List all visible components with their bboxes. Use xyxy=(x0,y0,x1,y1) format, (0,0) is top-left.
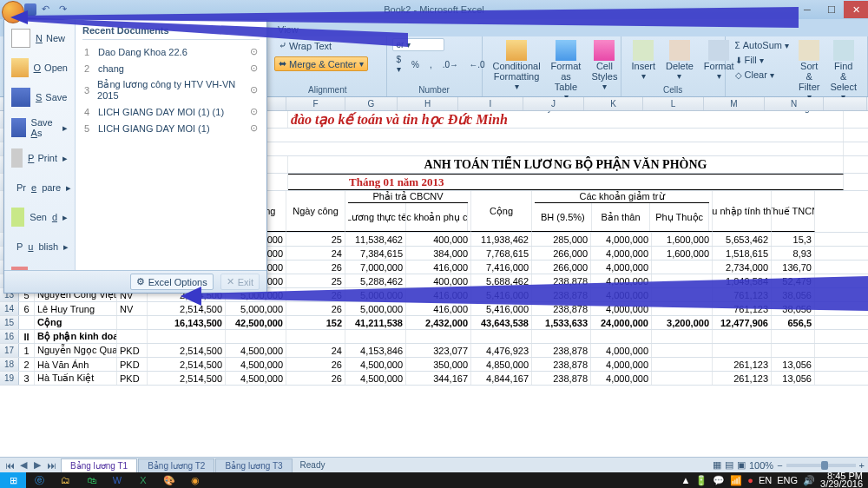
recent-document[interactable]: 4LICH GIANG DAY MOI (1) (1)⊙ xyxy=(82,103,260,120)
view-normal-icon[interactable]: ▦ xyxy=(713,459,721,471)
last-sheet-button[interactable]: ⏭ xyxy=(45,459,57,472)
fill-button[interactable]: ⬇ Fill ▾ xyxy=(731,53,793,67)
menu-publish[interactable]: Publish▸ xyxy=(4,232,75,261)
hdr-luong: Lương thực tế xyxy=(348,203,406,231)
comma-button[interactable]: , xyxy=(425,53,437,76)
sheet-tab[interactable]: Bảng lương T2 xyxy=(138,458,214,472)
network-icon[interactable]: 📶 xyxy=(730,475,742,486)
zoom-controls[interactable]: ▦ ▤ ▣ 100% − + xyxy=(713,459,865,471)
col-header[interactable]: N xyxy=(765,97,824,110)
pin-icon[interactable]: ⊙ xyxy=(250,46,258,57)
excel-icon[interactable]: X xyxy=(130,472,156,488)
store-icon[interactable]: 🛍 xyxy=(78,472,104,488)
table-row[interactable]: 14 6 Lê Huy Trung NV 2,514,500 5,000,000… xyxy=(0,302,868,316)
find-icon xyxy=(833,40,854,61)
sheet-tab[interactable]: Bảng lương T3 xyxy=(215,458,292,472)
view-layout-icon[interactable]: ▤ xyxy=(725,459,733,471)
explorer-icon[interactable]: 🗂 xyxy=(52,472,78,488)
format-as-table-button[interactable]: Format as Table ▾ xyxy=(546,38,587,103)
zoom-in-button[interactable]: + xyxy=(859,460,865,471)
col-header[interactable]: F xyxy=(286,97,345,110)
col-header[interactable]: G xyxy=(345,97,398,110)
pin-icon[interactable]: ⊙ xyxy=(250,106,258,117)
maximize-button[interactable]: ☐ xyxy=(819,1,844,18)
recording-icon[interactable]: ● xyxy=(747,475,753,485)
hdr-ngaycong: Ngày công xyxy=(286,191,345,232)
pin-icon[interactable]: ⊙ xyxy=(250,84,258,96)
ready-status: Ready xyxy=(300,460,326,470)
view-break-icon[interactable]: ▣ xyxy=(737,459,746,471)
menu-new[interactable]: NNew xyxy=(4,23,75,53)
cell-styles-button[interactable]: Cell Styles ▾ xyxy=(586,38,622,103)
menu-prepare[interactable]: Prepare▸ xyxy=(4,173,75,202)
menu-print[interactable]: PPrint▸ xyxy=(4,143,75,173)
percent-button[interactable]: % xyxy=(407,53,424,76)
col-header[interactable]: M xyxy=(704,97,765,110)
table-row[interactable]: 16 II Bộ phận kinh doanh xyxy=(0,330,868,344)
menu-save[interactable]: SSave xyxy=(4,82,75,112)
number-format-combo[interactable]: er ▾ xyxy=(392,38,444,51)
sheet-tab[interactable]: Bảng lương T1 xyxy=(61,458,137,472)
lang-indicator[interactable]: EN xyxy=(759,475,772,485)
tray-up-icon[interactable]: ▲ xyxy=(681,475,690,485)
recent-document[interactable]: 5LICH GIANG DAY MOI (1)⊙ xyxy=(82,120,260,136)
col-header[interactable]: H xyxy=(398,97,458,110)
clock[interactable]: 8:45 PM3/29/2016 xyxy=(820,472,863,488)
paint-icon[interactable]: 🎨 xyxy=(156,472,182,488)
app-icon[interactable]: ◉ xyxy=(182,472,208,488)
send-icon xyxy=(11,208,24,227)
find-select-button[interactable]: Find & Select ▾ xyxy=(825,38,862,103)
menu-open[interactable]: OOpen xyxy=(4,53,75,82)
table-row[interactable]: 15 Cộng 16,143,500 42,500,000 152 41,211… xyxy=(0,316,868,330)
first-sheet-button[interactable]: ⏮ xyxy=(3,459,16,472)
increase-decimal-button[interactable]: .0→ xyxy=(438,53,463,76)
group-cells: Cells xyxy=(627,85,720,95)
insert-button[interactable]: Insert ▾ xyxy=(627,38,661,82)
exit-button[interactable]: ✕Exit xyxy=(220,274,260,290)
col-header[interactable]: J xyxy=(523,97,584,110)
prev-sheet-button[interactable]: ◀ xyxy=(17,459,30,472)
zoom-out-button[interactable]: − xyxy=(777,460,782,471)
table-row[interactable]: 19 3 Hà Tuấn Kiệt PKD 2,514,500 4,500,00… xyxy=(0,372,868,386)
autosum-button[interactable]: Σ AutoSum ▾ xyxy=(731,38,793,52)
redo-icon[interactable]: ↷ xyxy=(59,3,71,16)
menu-send[interactable]: Send▸ xyxy=(4,202,75,232)
table-row[interactable]: 18 2 Hà Văn Ánh PKD 2,514,500 4,500,000 … xyxy=(0,358,868,372)
col-header[interactable] xyxy=(824,97,867,110)
menu-save-as[interactable]: Save As▸ xyxy=(4,112,75,143)
save-icon[interactable] xyxy=(24,3,36,16)
col-header[interactable]: I xyxy=(458,97,523,110)
tab-view[interactable]: View xyxy=(269,23,307,36)
undo-icon[interactable]: ↶ xyxy=(42,3,54,16)
merge-center-button[interactable]: ⬌Merge & Center ▾ xyxy=(274,56,368,71)
recent-document[interactable]: 3Bảng lương công ty HTV VH-VN 2015⊙ xyxy=(82,76,260,103)
recent-document[interactable]: 2chang⊙ xyxy=(82,60,260,76)
action-center-icon[interactable]: 💬 xyxy=(713,475,725,486)
next-sheet-button[interactable]: ▶ xyxy=(31,459,43,472)
close-button[interactable]: ✕ xyxy=(844,1,868,18)
recent-document[interactable]: 1Dao Dang Khoa 22.6⊙ xyxy=(82,43,260,60)
minimize-button[interactable]: ─ xyxy=(795,1,819,18)
office-button[interactable] xyxy=(2,1,24,23)
windows-taskbar: ⊞ ⓔ 🗂 🛍 W X 🎨 ◉ ▲ 🔋 💬 📶 ● EN ENG 🔊 8:45 … xyxy=(0,472,868,488)
wrap-text-button[interactable]: ⤶Wrap Text xyxy=(274,38,336,53)
delete-button[interactable]: Delete ▾ xyxy=(661,38,699,82)
zoom-slider[interactable] xyxy=(786,464,856,467)
ie-icon[interactable]: ⓔ xyxy=(26,472,52,488)
clear-button[interactable]: ◇ Clear ▾ xyxy=(731,68,793,82)
pin-icon[interactable]: ⊙ xyxy=(250,122,258,134)
lang-indicator2[interactable]: ENG xyxy=(777,475,798,485)
table-row[interactable]: 17 1 Nguyễn Ngọc Quang PKD 2,514,500 4,5… xyxy=(0,344,868,358)
word-icon[interactable]: W xyxy=(104,472,130,488)
volume-icon[interactable]: 🔊 xyxy=(803,475,815,486)
start-button[interactable]: ⊞ xyxy=(0,472,26,488)
battery-icon[interactable]: 🔋 xyxy=(695,475,707,486)
sort-filter-button[interactable]: Sort & Filter ▾ xyxy=(793,38,825,103)
pin-icon[interactable]: ⊙ xyxy=(250,63,258,74)
conditional-formatting-button[interactable]: Conditional Formatting ▾ xyxy=(488,38,546,103)
col-header[interactable]: L xyxy=(643,97,704,110)
excel-options-button[interactable]: ⚙Excel Options xyxy=(130,274,214,290)
currency-button[interactable]: $ ▾ xyxy=(392,53,406,76)
saveas-icon xyxy=(11,118,26,137)
col-header[interactable]: K xyxy=(584,97,643,110)
